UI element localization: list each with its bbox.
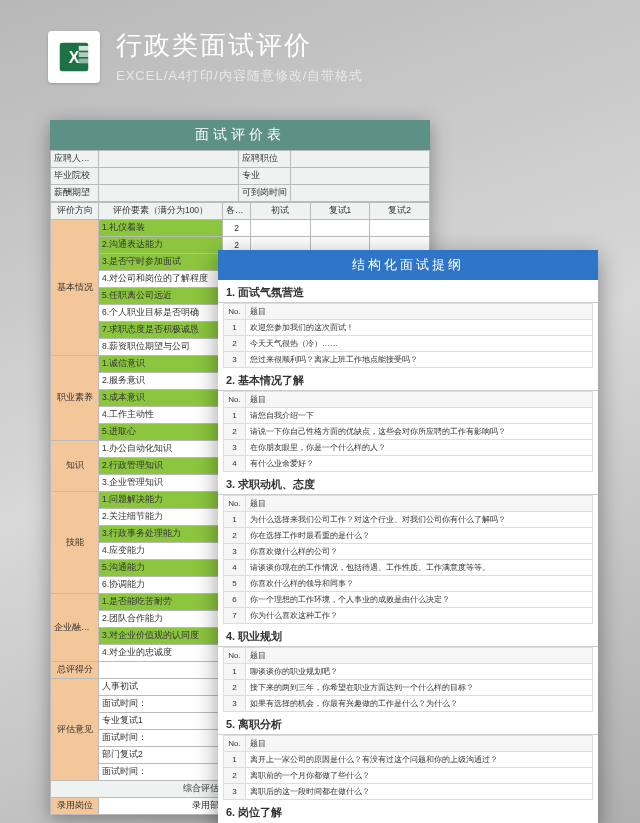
question-row: 4有什么业余爱好？ (224, 456, 593, 472)
question-row: 1欢迎您参加我们的这次面试！ (224, 320, 593, 336)
sheet1-columns: 评价方向评价要素（满分为100）各要素分值初试复试1复试2 (51, 203, 430, 220)
question-row: 3离职后的这一段时间都在做什么？ (224, 784, 593, 800)
section-heading: 4. 职业规划 (218, 624, 598, 647)
page-title: 行政类面试评价 (116, 28, 363, 63)
question-table: No.题目1为什么选择来我们公司工作？对这个行业、对我们公司你有什么了解吗？2你… (223, 495, 593, 624)
question-row: 1离开上一家公司的原因是什么？有没有过这个问题和你的上级沟通过？ (224, 752, 593, 768)
question-row: 5你喜欢什么样的领导和同事？ (224, 576, 593, 592)
section-heading: 2. 基本情况了解 (218, 368, 598, 391)
question-row: 1请您自我介绍一下 (224, 408, 593, 424)
question-row: 2今天天气很热（冷）…… (224, 336, 593, 352)
info-row: 毕业院校专业 (51, 168, 430, 185)
page-subtitle: EXCEL/A4打印/内容随意修改/自带格式 (116, 67, 363, 85)
section-heading: 6. 岗位了解 (218, 800, 598, 820)
question-row: 7你为什么喜欢这种工作？ (224, 608, 593, 624)
question-row: 4请谈谈你现在的工作情况，包括待遇、工作性质、工作满意度等等。 (224, 560, 593, 576)
excel-icon: X (48, 31, 100, 83)
page-header: X 行政类面试评价 EXCEL/A4打印/内容随意修改/自带格式 (0, 0, 640, 85)
question-table: No.题目1请您自我介绍一下2请说一下你自己性格方面的优缺点，这些会对你所应聘的… (223, 391, 593, 472)
svg-rect-3 (79, 52, 90, 57)
criteria-row: 基本情况1.礼仪着装2 (51, 220, 430, 237)
question-row: 2离职前的一个月你都做了些什么？ (224, 768, 593, 784)
question-row: 3在你朋友眼里，你是一个什么样的人？ (224, 440, 593, 456)
question-row: 1为什么选择来我们公司工作？对这个行业、对我们公司你有什么了解吗？ (224, 512, 593, 528)
question-table: No.题目1聊谈谈你的职业规划吧？2接下来的两到三年，你希望在职业方面达到一个什… (223, 647, 593, 712)
section-heading: 5. 离职分析 (218, 712, 598, 735)
info-row: 应聘人姓名应聘职位 (51, 151, 430, 168)
question-table: No.题目1欢迎您参加我们的这次面试！2今天天气很热（冷）……3您过来很顺利吗？… (223, 303, 593, 368)
section-heading: 1. 面试气氛营造 (218, 280, 598, 303)
question-row: 1聊谈谈你的职业规划吧？ (224, 664, 593, 680)
question-row: 2你在选择工作时最看重的是什么？ (224, 528, 593, 544)
question-row: 2接下来的两到三年，你希望在职业方面达到一个什么样的目标？ (224, 680, 593, 696)
svg-text:X: X (69, 49, 80, 66)
question-row: 3您过来很顺利吗？离家上班工作地点能接受吗？ (224, 352, 593, 368)
question-row: 6你一个理想的工作环境，个人事业的成败是由什么决定？ (224, 592, 593, 608)
section-heading: 3. 求职动机、态度 (218, 472, 598, 495)
sheet-outline: 结构化面试提纲 1. 面试气氛营造No.题目1欢迎您参加我们的这次面试！2今天天… (218, 250, 598, 823)
svg-rect-2 (79, 45, 90, 50)
question-row: 3你喜欢做什么样的公司？ (224, 544, 593, 560)
question-row: 2请说一下你自己性格方面的优缺点，这些会对你所应聘的工作有影响吗？ (224, 424, 593, 440)
question-table: No.题目1离开上一家公司的原因是什么？有没有过这个问题和你的上级沟通过？2离职… (223, 735, 593, 800)
sheet1-info-block: 应聘人姓名应聘职位毕业院校专业薪酬期望可到岗时间 (50, 150, 430, 202)
sheet2-body: 1. 面试气氛营造No.题目1欢迎您参加我们的这次面试！2今天天气很热（冷）……… (218, 280, 598, 820)
question-row: 3如果有选择的机会，你最有兴趣做的工作是什么？为什么？ (224, 696, 593, 712)
sheet2-title: 结构化面试提纲 (218, 250, 598, 280)
sheet1-title: 面试评价表 (50, 120, 430, 150)
info-row: 薪酬期望可到岗时间 (51, 185, 430, 202)
svg-rect-4 (79, 58, 90, 63)
